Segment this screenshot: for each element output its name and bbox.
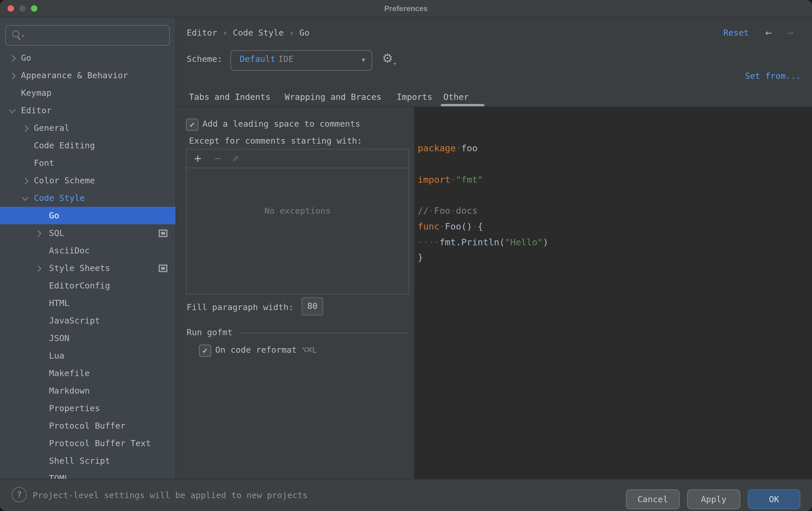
chevron-right-icon[interactable] <box>22 178 29 185</box>
code-line: func·Foo()·{ <box>418 219 812 235</box>
sidebar-item-shell-script[interactable]: Shell Script <box>0 452 176 469</box>
gear-caret-icon[interactable]: ▾ <box>393 61 396 66</box>
chevron-right-icon[interactable] <box>35 265 41 272</box>
tab-tabs-and-indents[interactable]: Tabs and Indents <box>189 92 270 102</box>
help-icon[interactable]: ? <box>12 487 27 502</box>
scheme-label: Scheme: <box>187 54 222 64</box>
sidebar-item-go-top[interactable]: Go <box>0 49 176 66</box>
sidebar-item-sql[interactable]: SQL <box>0 224 176 242</box>
footer-bar: ? Project-level settings will be applied… <box>0 479 812 511</box>
breadcrumb: Editor›Code Style›Go <box>187 28 310 37</box>
code-preview-panel: package·foo import·"fmt" //·Foo·docsfunc… <box>414 107 812 479</box>
sidebar-item-appearance-behavior[interactable]: Appearance & Behavior <box>0 66 176 84</box>
leading-space-checkbox[interactable]: ✓ <box>186 118 198 131</box>
tab-wrapping-and-braces[interactable]: Wrapping and Braces <box>285 92 381 102</box>
sidebar-item-makefile[interactable]: Makefile <box>0 365 176 382</box>
exceptions-toolbar: + − ✎ <box>187 150 408 168</box>
title-bar: Preferences <box>0 0 812 18</box>
sidebar-item-color-scheme[interactable]: Color Scheme <box>0 172 176 189</box>
search-options-caret-icon[interactable]: ▾ <box>22 33 25 38</box>
chevron-right-icon[interactable] <box>22 125 29 132</box>
add-exception-icon[interactable]: + <box>194 150 201 168</box>
cancel-button[interactable]: Cancel <box>626 489 679 509</box>
window-title: Preferences <box>0 0 812 17</box>
sidebar-item-lua[interactable]: Lua <box>0 347 176 365</box>
search-icon-tail <box>18 37 21 40</box>
sidebar-item-protocol-buffer-text[interactable]: Protocol Buffer Text <box>0 434 176 452</box>
code-line: //·Foo·docs <box>418 203 812 219</box>
sidebar-item-go-selected[interactable]: Go <box>0 207 176 224</box>
code-lines: package·foo import·"fmt" //·Foo·docsfunc… <box>414 138 812 266</box>
fill-paragraph-width-input[interactable]: 80 <box>301 297 323 315</box>
scheme-dropdown[interactable]: Default IDE ▼ <box>230 50 372 71</box>
except-comments-label: Except for comments starting with: <box>189 136 362 145</box>
sidebar-item-style-sheets[interactable]: Style Sheets <box>0 259 176 277</box>
dropdown-arrow-icon[interactable]: ▼ <box>362 57 365 63</box>
run-gofmt-group-line <box>240 333 408 333</box>
sidebar-item-json[interactable]: JSON <box>0 329 176 347</box>
gear-icon[interactable]: ⚙ <box>382 51 393 65</box>
search-icon <box>12 30 19 37</box>
sidebar-item-code-editing[interactable]: Code Editing <box>0 137 176 154</box>
scheme-selected-value: Default <box>240 54 276 64</box>
edit-exception-icon: ✎ <box>233 150 239 168</box>
reset-link[interactable]: Reset <box>723 28 749 37</box>
chevron-down-icon[interactable] <box>9 107 16 113</box>
sidebar-item-code-style[interactable]: Code Style <box>0 189 176 207</box>
sidebar-item-javascript[interactable]: JavaScript <box>0 312 176 329</box>
remove-exception-icon: − <box>214 150 221 168</box>
settings-sidebar: ▾ Go Appearance & Behavior Keymap Editor… <box>0 18 176 479</box>
ok-button[interactable]: OK <box>748 489 800 509</box>
set-from-link[interactable]: Set from... <box>745 71 801 81</box>
run-gofmt-group-label: Run gofmt <box>187 328 232 337</box>
chevron-right-icon[interactable] <box>9 73 16 79</box>
forward-arrow-icon: → <box>787 26 794 38</box>
chevron-right-icon[interactable] <box>9 55 16 62</box>
sidebar-item-toml[interactable]: TOML <box>0 469 176 479</box>
code-line: } <box>418 250 812 266</box>
on-code-reformat-label: On code reformat ⌥⌘L <box>215 345 317 354</box>
sidebar-item-editor[interactable]: Editor <box>0 102 176 119</box>
scheme-value-suffix: IDE <box>278 54 293 64</box>
preferences-window: Preferences ▾ Go Appearance & Behavior K… <box>0 0 812 511</box>
code-line <box>418 157 812 172</box>
sidebar-item-html[interactable]: HTML <box>0 294 176 312</box>
exceptions-empty-text: No exceptions <box>187 206 408 215</box>
on-code-reformat-checkbox[interactable]: ✓ <box>199 345 211 357</box>
chevron-right-icon[interactable] <box>35 231 41 237</box>
sidebar-item-font[interactable]: Font <box>0 154 176 172</box>
search-input[interactable]: ▾ <box>5 25 170 46</box>
sidebar-item-keymap[interactable]: Keymap <box>0 84 176 102</box>
breadcrumb-separator: › <box>284 28 299 37</box>
sidebar-item-asciidoc[interactable]: AsciiDoc <box>0 242 176 259</box>
exceptions-list-panel: + − ✎ No exceptions <box>186 149 409 294</box>
breadcrumb-code-style[interactable]: Code Style <box>233 28 284 37</box>
code-line: package·foo <box>418 141 812 157</box>
code-line: ····fmt.Println("Hello") <box>418 235 812 250</box>
breadcrumb-editor[interactable]: Editor <box>187 28 217 37</box>
active-tab-indicator <box>441 104 484 106</box>
sidebar-item-protocol-buffer[interactable]: Protocol Buffer <box>0 417 176 434</box>
code-line: import·"fmt" <box>418 172 812 188</box>
apply-button[interactable]: Apply <box>687 489 740 509</box>
sidebar-item-markdown[interactable]: Markdown <box>0 382 176 400</box>
tab-imports[interactable]: Imports <box>397 92 432 102</box>
sidebar-item-editorconfig[interactable]: EditorConfig <box>0 277 176 294</box>
sidebar-item-properties[interactable]: Properties <box>0 400 176 417</box>
chevron-down-icon[interactable] <box>22 194 29 201</box>
code-line <box>418 188 812 203</box>
modified-settings-icon <box>159 265 167 272</box>
breadcrumb-go: Go <box>299 28 310 37</box>
breadcrumb-separator: › <box>217 28 233 37</box>
back-arrow-icon[interactable]: ← <box>765 26 772 38</box>
footer-hint-text: Project-level settings will be applied t… <box>33 490 308 500</box>
settings-tree: Go Appearance & Behavior Keymap Editor G… <box>0 49 176 479</box>
on-code-reformat-shortcut: ⌥⌘L <box>302 345 317 354</box>
leading-space-label: Add a leading space to comments <box>202 119 360 129</box>
modified-settings-icon <box>159 230 167 237</box>
tab-other[interactable]: Other <box>443 92 469 102</box>
fill-paragraph-width-label: Fill paragraph width: <box>187 302 294 312</box>
sidebar-item-general[interactable]: General <box>0 119 176 137</box>
